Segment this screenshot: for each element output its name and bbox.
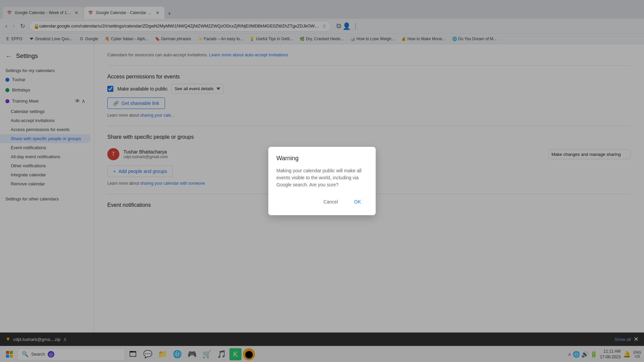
dialog-ok-button[interactable]: OK [347, 196, 368, 207]
dialog-cancel-button[interactable]: Cancel [317, 196, 345, 207]
dialog-actions: Cancel OK [276, 196, 368, 207]
warning-dialog: Warning Making your calendar public will… [268, 147, 376, 215]
dialog-title: Warning [276, 155, 368, 162]
dialog-message: Making your calendar public will make al… [276, 167, 368, 188]
warning-dialog-overlay: Warning Making your calendar public will… [0, 0, 644, 362]
